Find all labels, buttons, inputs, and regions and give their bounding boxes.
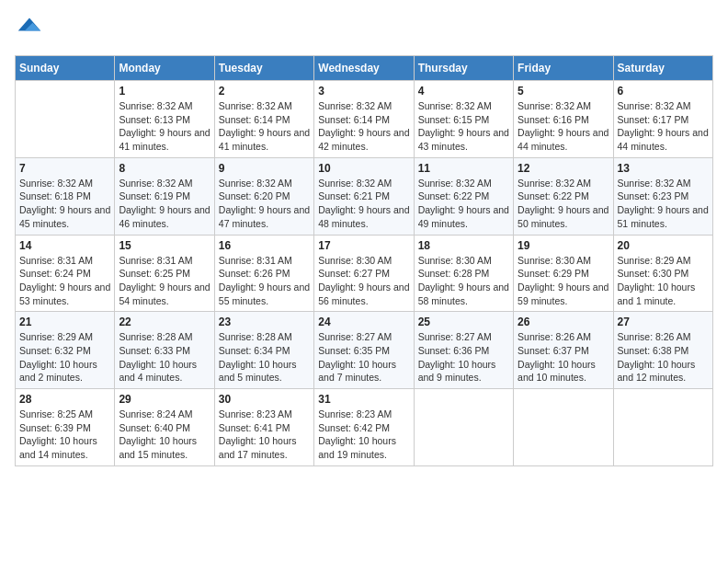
day-cell — [414, 389, 513, 466]
day-number: 11 — [418, 162, 509, 175]
day-cell — [613, 389, 712, 466]
day-cell: 26Sunrise: 8:26 AMSunset: 6:37 PMDayligh… — [514, 312, 613, 389]
day-info: Sunrise: 8:30 AMSunset: 6:29 PMDaylight:… — [518, 254, 609, 308]
day-info: Sunrise: 8:32 AMSunset: 6:20 PMDaylight:… — [219, 177, 310, 231]
day-cell: 9Sunrise: 8:32 AMSunset: 6:20 PMDaylight… — [214, 157, 313, 235]
day-number: 7 — [19, 162, 110, 175]
day-info: Sunrise: 8:32 AMSunset: 6:21 PMDaylight:… — [318, 177, 409, 231]
day-info: Sunrise: 8:26 AMSunset: 6:38 PMDaylight:… — [618, 330, 709, 385]
day-cell: 12Sunrise: 8:32 AMSunset: 6:22 PMDayligh… — [514, 157, 613, 235]
day-cell: 2Sunrise: 8:32 AMSunset: 6:14 PMDaylight… — [214, 81, 313, 158]
day-number: 22 — [119, 316, 210, 328]
day-info: Sunrise: 8:32 AMSunset: 6:23 PMDaylight:… — [618, 177, 709, 231]
day-number: 23 — [219, 316, 310, 328]
day-cell: 3Sunrise: 8:32 AMSunset: 6:14 PMDaylight… — [314, 81, 414, 158]
day-number: 28 — [19, 393, 110, 406]
logo-icon — [17, 15, 42, 40]
week-row-5: 28Sunrise: 8:25 AMSunset: 6:39 PMDayligh… — [16, 389, 713, 466]
day-info: Sunrise: 8:32 AMSunset: 6:16 PMDaylight:… — [518, 99, 609, 154]
day-number: 9 — [219, 162, 310, 175]
day-number: 10 — [318, 162, 409, 175]
day-number: 19 — [518, 239, 609, 252]
day-info: Sunrise: 8:31 AMSunset: 6:26 PMDaylight:… — [219, 254, 310, 308]
day-info: Sunrise: 8:32 AMSunset: 6:19 PMDaylight:… — [119, 177, 210, 231]
day-number: 1 — [119, 85, 210, 98]
day-cell: 13Sunrise: 8:32 AMSunset: 6:23 PMDayligh… — [613, 157, 712, 235]
day-cell: 1Sunrise: 8:32 AMSunset: 6:13 PMDaylight… — [115, 81, 214, 158]
day-info: Sunrise: 8:32 AMSunset: 6:13 PMDaylight:… — [119, 99, 210, 154]
week-row-1: 1Sunrise: 8:32 AMSunset: 6:13 PMDaylight… — [16, 81, 713, 158]
day-number: 31 — [318, 393, 409, 406]
day-info: Sunrise: 8:27 AMSunset: 6:36 PMDaylight:… — [418, 330, 509, 385]
day-number: 21 — [19, 316, 110, 328]
day-info: Sunrise: 8:30 AMSunset: 6:28 PMDaylight:… — [418, 254, 509, 308]
weekday-header-wednesday: Wednesday — [314, 56, 414, 81]
day-cell: 6Sunrise: 8:32 AMSunset: 6:17 PMDaylight… — [613, 81, 712, 158]
day-cell: 28Sunrise: 8:25 AMSunset: 6:39 PMDayligh… — [16, 389, 115, 466]
weekday-header-friday: Friday — [514, 56, 613, 81]
day-info: Sunrise: 8:23 AMSunset: 6:41 PMDaylight:… — [219, 408, 310, 462]
day-number: 13 — [618, 162, 709, 175]
day-cell: 27Sunrise: 8:26 AMSunset: 6:38 PMDayligh… — [613, 312, 712, 389]
day-cell: 23Sunrise: 8:28 AMSunset: 6:34 PMDayligh… — [214, 312, 313, 389]
day-number: 12 — [518, 162, 609, 175]
day-number: 17 — [318, 239, 409, 252]
day-info: Sunrise: 8:24 AMSunset: 6:40 PMDaylight:… — [119, 408, 210, 462]
day-info: Sunrise: 8:25 AMSunset: 6:39 PMDaylight:… — [19, 408, 110, 462]
day-cell: 4Sunrise: 8:32 AMSunset: 6:15 PMDaylight… — [414, 81, 513, 158]
day-number: 25 — [418, 316, 509, 328]
day-info: Sunrise: 8:30 AMSunset: 6:27 PMDaylight:… — [318, 254, 409, 308]
logo — [15, 15, 42, 44]
day-number: 26 — [518, 316, 609, 328]
day-info: Sunrise: 8:32 AMSunset: 6:22 PMDaylight:… — [518, 177, 609, 231]
day-number: 29 — [119, 393, 210, 406]
day-info: Sunrise: 8:27 AMSunset: 6:35 PMDaylight:… — [318, 330, 409, 385]
weekday-header-monday: Monday — [115, 56, 214, 81]
day-info: Sunrise: 8:23 AMSunset: 6:42 PMDaylight:… — [318, 408, 409, 462]
day-cell: 19Sunrise: 8:30 AMSunset: 6:29 PMDayligh… — [514, 235, 613, 312]
day-number: 27 — [618, 316, 709, 328]
page-header — [15, 15, 713, 44]
day-cell: 25Sunrise: 8:27 AMSunset: 6:36 PMDayligh… — [414, 312, 513, 389]
day-cell: 29Sunrise: 8:24 AMSunset: 6:40 PMDayligh… — [115, 389, 214, 466]
day-number: 20 — [618, 239, 709, 252]
day-number: 18 — [418, 239, 509, 252]
day-number: 2 — [219, 85, 310, 98]
day-cell: 17Sunrise: 8:30 AMSunset: 6:27 PMDayligh… — [314, 235, 414, 312]
day-info: Sunrise: 8:28 AMSunset: 6:34 PMDaylight:… — [219, 330, 310, 385]
day-cell: 31Sunrise: 8:23 AMSunset: 6:42 PMDayligh… — [314, 389, 414, 466]
day-cell — [16, 81, 115, 158]
weekday-header-tuesday: Tuesday — [214, 56, 313, 81]
day-info: Sunrise: 8:31 AMSunset: 6:25 PMDaylight:… — [119, 254, 210, 308]
day-cell: 7Sunrise: 8:32 AMSunset: 6:18 PMDaylight… — [16, 157, 115, 235]
weekday-header-thursday: Thursday — [414, 56, 513, 81]
day-cell: 22Sunrise: 8:28 AMSunset: 6:33 PMDayligh… — [115, 312, 214, 389]
week-row-3: 14Sunrise: 8:31 AMSunset: 6:24 PMDayligh… — [16, 235, 713, 312]
day-number: 4 — [418, 85, 509, 98]
day-cell: 11Sunrise: 8:32 AMSunset: 6:22 PMDayligh… — [414, 157, 513, 235]
week-row-4: 21Sunrise: 8:29 AMSunset: 6:32 PMDayligh… — [16, 312, 713, 389]
day-cell: 5Sunrise: 8:32 AMSunset: 6:16 PMDaylight… — [514, 81, 613, 158]
calendar-table: SundayMondayTuesdayWednesdayThursdayFrid… — [15, 55, 713, 466]
day-cell: 24Sunrise: 8:27 AMSunset: 6:35 PMDayligh… — [314, 312, 414, 389]
day-cell: 30Sunrise: 8:23 AMSunset: 6:41 PMDayligh… — [214, 389, 313, 466]
day-info: Sunrise: 8:31 AMSunset: 6:24 PMDaylight:… — [19, 254, 110, 308]
day-number: 16 — [219, 239, 310, 252]
day-cell: 20Sunrise: 8:29 AMSunset: 6:30 PMDayligh… — [613, 235, 712, 312]
week-row-2: 7Sunrise: 8:32 AMSunset: 6:18 PMDaylight… — [16, 157, 713, 235]
day-number: 3 — [318, 85, 409, 98]
day-cell — [514, 389, 613, 466]
day-number: 5 — [518, 85, 609, 98]
day-info: Sunrise: 8:32 AMSunset: 6:17 PMDaylight:… — [618, 99, 709, 154]
weekday-header-sunday: Sunday — [16, 56, 115, 81]
weekday-header-saturday: Saturday — [613, 56, 712, 81]
day-cell: 10Sunrise: 8:32 AMSunset: 6:21 PMDayligh… — [314, 157, 414, 235]
day-info: Sunrise: 8:32 AMSunset: 6:15 PMDaylight:… — [418, 99, 509, 154]
day-number: 24 — [318, 316, 409, 328]
day-cell: 18Sunrise: 8:30 AMSunset: 6:28 PMDayligh… — [414, 235, 513, 312]
day-cell: 15Sunrise: 8:31 AMSunset: 6:25 PMDayligh… — [115, 235, 214, 312]
day-info: Sunrise: 8:29 AMSunset: 6:32 PMDaylight:… — [19, 330, 110, 385]
day-number: 30 — [219, 393, 310, 406]
day-cell: 14Sunrise: 8:31 AMSunset: 6:24 PMDayligh… — [16, 235, 115, 312]
day-info: Sunrise: 8:28 AMSunset: 6:33 PMDaylight:… — [119, 330, 210, 385]
